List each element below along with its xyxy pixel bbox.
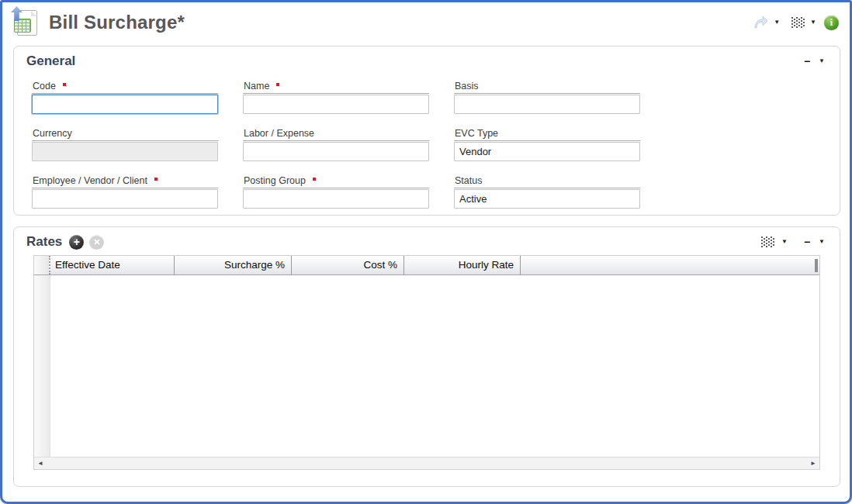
field-label-text: Employee / Vendor / Client bbox=[33, 175, 147, 186]
add-rate-button[interactable]: + bbox=[69, 235, 84, 250]
currency-input bbox=[32, 142, 218, 161]
name-input[interactable] bbox=[243, 95, 429, 114]
rates-grid-header: Effective Date Surcharge % Cost % Hourly… bbox=[34, 256, 819, 275]
column-header-filler bbox=[521, 256, 819, 274]
rates-grid-body bbox=[34, 275, 819, 457]
rates-columns-icon[interactable] bbox=[761, 236, 774, 247]
general-section: General − ▼ Code Name bbox=[13, 46, 840, 216]
rates-columns-caret-icon[interactable]: ▼ bbox=[779, 237, 790, 247]
info-icon[interactable]: i bbox=[824, 16, 839, 30]
labor-expense-label: Labor / Expense bbox=[243, 128, 429, 141]
remove-rate-button[interactable]: ✕ bbox=[89, 235, 104, 250]
column-header-effective-date[interactable]: Effective Date bbox=[50, 256, 175, 274]
evc-type-label: EVC Type bbox=[454, 128, 640, 141]
document-fold-shape bbox=[31, 11, 36, 16]
field-label-text: EVC Type bbox=[455, 128, 498, 139]
field-label-text: Code bbox=[33, 81, 56, 91]
evc-type-input[interactable] bbox=[454, 142, 640, 161]
employee-vendor-client-label: Employee / Vendor / Client bbox=[32, 175, 218, 188]
field-label-text: Posting Group bbox=[244, 175, 306, 186]
required-marker bbox=[63, 83, 66, 86]
scroll-left-icon[interactable]: ◄ bbox=[34, 457, 47, 469]
labor-expense-field: Labor / Expense bbox=[243, 128, 429, 161]
posting-group-input[interactable] bbox=[243, 189, 429, 209]
currency-field: Currency bbox=[32, 128, 218, 161]
basis-field: Basis bbox=[454, 81, 640, 114]
general-caret-icon[interactable]: ▼ bbox=[816, 57, 827, 66]
row-selector-gutter bbox=[34, 256, 50, 274]
curved-arrow-caret-icon[interactable]: ▼ bbox=[771, 18, 782, 27]
general-fields: Code Name Basis Curren bbox=[14, 69, 840, 209]
labor-expense-input[interactable] bbox=[243, 142, 429, 161]
columns-caret-icon[interactable]: ▼ bbox=[808, 18, 819, 27]
rates-section-header: Rates + ✕ ▼ bbox=[14, 227, 840, 250]
basis-label: Basis bbox=[454, 81, 640, 94]
currency-label: Currency bbox=[32, 128, 218, 141]
column-header-surcharge-pct[interactable]: Surcharge % bbox=[175, 256, 292, 274]
required-marker bbox=[276, 83, 279, 86]
rates-section-title: Rates bbox=[26, 234, 62, 250]
name-label: Name bbox=[243, 81, 429, 94]
vertical-scrollbar-thumb[interactable] bbox=[815, 259, 818, 272]
required-marker bbox=[154, 178, 158, 181]
status-label: Status bbox=[454, 175, 640, 188]
field-label-text: Name bbox=[244, 81, 269, 91]
general-section-header: General − ▼ bbox=[14, 47, 840, 69]
employee-vendor-client-field: Employee / Vendor / Client bbox=[32, 175, 218, 209]
evc-type-field: EVC Type bbox=[454, 128, 640, 161]
general-collapse-icon[interactable]: − bbox=[802, 56, 812, 67]
code-input[interactable] bbox=[32, 95, 218, 114]
page-title: Bill Surcharge* bbox=[49, 12, 185, 33]
column-header-cost-pct[interactable]: Cost % bbox=[292, 256, 404, 274]
scroll-right-icon[interactable]: ► bbox=[807, 457, 819, 469]
field-label-text: Basis bbox=[455, 81, 479, 91]
column-header-hourly-rate[interactable]: Hourly Rate bbox=[404, 256, 521, 274]
name-field: Name bbox=[243, 81, 429, 114]
title-toolbar: ▼ ▼ i bbox=[753, 16, 839, 30]
field-label-text: Labor / Expense bbox=[244, 128, 314, 139]
employee-vendor-client-input[interactable] bbox=[32, 189, 218, 209]
code-label: Code bbox=[32, 81, 218, 94]
required-marker bbox=[313, 178, 316, 181]
bill-surcharge-document-icon bbox=[10, 6, 43, 39]
code-field: Code bbox=[32, 81, 218, 114]
curved-arrow-icon[interactable] bbox=[753, 16, 768, 29]
field-label-text: Status bbox=[455, 175, 482, 186]
general-section-title: General bbox=[26, 54, 75, 69]
field-label-text: Currency bbox=[33, 128, 72, 139]
horizontal-scrollbar[interactable]: ◄ ► bbox=[34, 457, 819, 469]
row-selector-column bbox=[34, 275, 50, 457]
basis-input[interactable] bbox=[454, 95, 640, 114]
title-bar: Bill Surcharge* ▼ bbox=[2, 2, 850, 43]
rates-caret-icon[interactable]: ▼ bbox=[816, 237, 827, 247]
columns-icon[interactable] bbox=[791, 17, 805, 28]
rates-grid: Effective Date Surcharge % Cost % Hourly… bbox=[33, 255, 820, 470]
status-input[interactable] bbox=[454, 189, 640, 209]
bill-surcharge-window: Bill Surcharge* ▼ bbox=[0, 0, 852, 504]
status-field: Status bbox=[454, 175, 640, 209]
posting-group-label: Posting Group bbox=[243, 175, 429, 188]
rates-section: Rates + ✕ ▼ bbox=[13, 226, 840, 487]
rates-collapse-icon[interactable]: − bbox=[802, 236, 812, 247]
posting-group-field: Posting Group bbox=[243, 175, 429, 209]
